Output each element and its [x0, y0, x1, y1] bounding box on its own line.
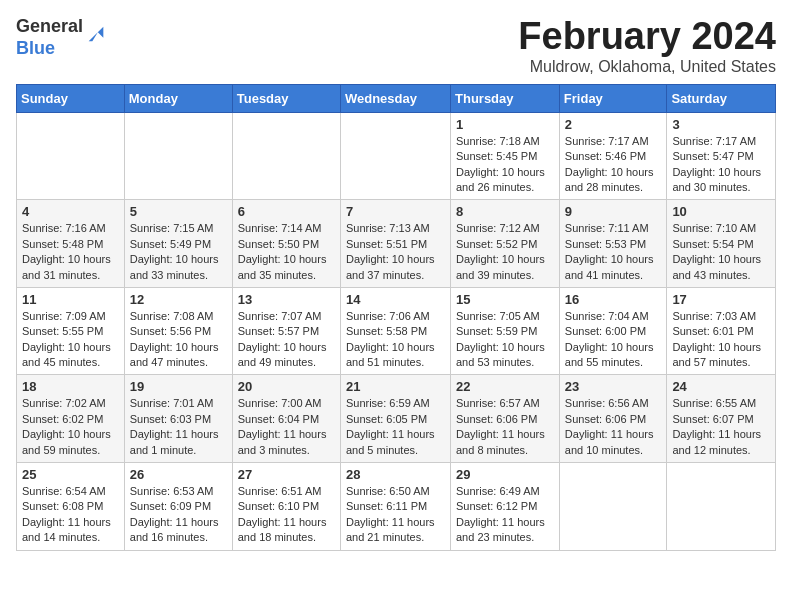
calendar-cell: [232, 112, 340, 200]
calendar-week-row: 18Sunrise: 7:02 AM Sunset: 6:02 PM Dayli…: [17, 375, 776, 463]
title-section: February 2024 Muldrow, Oklahoma, United …: [518, 16, 776, 76]
calendar-cell: 12Sunrise: 7:08 AM Sunset: 5:56 PM Dayli…: [124, 287, 232, 375]
calendar-cell: [559, 463, 667, 551]
calendar-cell: 26Sunrise: 6:53 AM Sunset: 6:09 PM Dayli…: [124, 463, 232, 551]
day-number: 2: [565, 117, 662, 132]
day-number: 22: [456, 379, 554, 394]
day-number: 4: [22, 204, 119, 219]
day-info: Sunrise: 7:14 AM Sunset: 5:50 PM Dayligh…: [238, 221, 335, 283]
day-number: 20: [238, 379, 335, 394]
calendar-cell: 18Sunrise: 7:02 AM Sunset: 6:02 PM Dayli…: [17, 375, 125, 463]
day-number: 5: [130, 204, 227, 219]
month-title: February 2024: [518, 16, 776, 58]
day-info: Sunrise: 6:56 AM Sunset: 6:06 PM Dayligh…: [565, 396, 662, 458]
calendar-cell: 5Sunrise: 7:15 AM Sunset: 5:49 PM Daylig…: [124, 200, 232, 288]
calendar-cell: 28Sunrise: 6:50 AM Sunset: 6:11 PM Dayli…: [340, 463, 450, 551]
calendar-cell: 15Sunrise: 7:05 AM Sunset: 5:59 PM Dayli…: [451, 287, 560, 375]
day-info: Sunrise: 7:18 AM Sunset: 5:45 PM Dayligh…: [456, 134, 554, 196]
page-header: General Blue February 2024 Muldrow, Okla…: [16, 16, 776, 76]
calendar-day-header: Sunday: [17, 84, 125, 112]
svg-marker-0: [89, 26, 104, 41]
day-number: 1: [456, 117, 554, 132]
day-number: 21: [346, 379, 445, 394]
calendar-cell: 19Sunrise: 7:01 AM Sunset: 6:03 PM Dayli…: [124, 375, 232, 463]
calendar-cell: [340, 112, 450, 200]
calendar-week-row: 25Sunrise: 6:54 AM Sunset: 6:08 PM Dayli…: [17, 463, 776, 551]
day-number: 10: [672, 204, 770, 219]
calendar-header-row: SundayMondayTuesdayWednesdayThursdayFrid…: [17, 84, 776, 112]
day-info: Sunrise: 7:17 AM Sunset: 5:47 PM Dayligh…: [672, 134, 770, 196]
day-number: 11: [22, 292, 119, 307]
calendar-cell: 21Sunrise: 6:59 AM Sunset: 6:05 PM Dayli…: [340, 375, 450, 463]
calendar-cell: 2Sunrise: 7:17 AM Sunset: 5:46 PM Daylig…: [559, 112, 667, 200]
day-number: 29: [456, 467, 554, 482]
logo-general: General: [16, 16, 83, 38]
day-number: 24: [672, 379, 770, 394]
calendar-cell: 8Sunrise: 7:12 AM Sunset: 5:52 PM Daylig…: [451, 200, 560, 288]
calendar-cell: 29Sunrise: 6:49 AM Sunset: 6:12 PM Dayli…: [451, 463, 560, 551]
day-info: Sunrise: 6:59 AM Sunset: 6:05 PM Dayligh…: [346, 396, 445, 458]
calendar-cell: 11Sunrise: 7:09 AM Sunset: 5:55 PM Dayli…: [17, 287, 125, 375]
calendar-day-header: Tuesday: [232, 84, 340, 112]
day-number: 17: [672, 292, 770, 307]
day-info: Sunrise: 7:00 AM Sunset: 6:04 PM Dayligh…: [238, 396, 335, 458]
day-info: Sunrise: 7:13 AM Sunset: 5:51 PM Dayligh…: [346, 221, 445, 283]
day-info: Sunrise: 7:01 AM Sunset: 6:03 PM Dayligh…: [130, 396, 227, 458]
day-info: Sunrise: 7:04 AM Sunset: 6:00 PM Dayligh…: [565, 309, 662, 371]
calendar-cell: 25Sunrise: 6:54 AM Sunset: 6:08 PM Dayli…: [17, 463, 125, 551]
calendar-day-header: Saturday: [667, 84, 776, 112]
day-info: Sunrise: 6:51 AM Sunset: 6:10 PM Dayligh…: [238, 484, 335, 546]
calendar-week-row: 11Sunrise: 7:09 AM Sunset: 5:55 PM Dayli…: [17, 287, 776, 375]
day-info: Sunrise: 7:11 AM Sunset: 5:53 PM Dayligh…: [565, 221, 662, 283]
day-number: 8: [456, 204, 554, 219]
logo: General Blue: [16, 16, 107, 59]
calendar-cell: 22Sunrise: 6:57 AM Sunset: 6:06 PM Dayli…: [451, 375, 560, 463]
calendar-cell: 1Sunrise: 7:18 AM Sunset: 5:45 PM Daylig…: [451, 112, 560, 200]
calendar-cell: 24Sunrise: 6:55 AM Sunset: 6:07 PM Dayli…: [667, 375, 776, 463]
day-info: Sunrise: 7:07 AM Sunset: 5:57 PM Dayligh…: [238, 309, 335, 371]
calendar-day-header: Monday: [124, 84, 232, 112]
calendar-cell: 10Sunrise: 7:10 AM Sunset: 5:54 PM Dayli…: [667, 200, 776, 288]
calendar-cell: 23Sunrise: 6:56 AM Sunset: 6:06 PM Dayli…: [559, 375, 667, 463]
calendar-cell: [124, 112, 232, 200]
day-number: 19: [130, 379, 227, 394]
calendar-cell: 3Sunrise: 7:17 AM Sunset: 5:47 PM Daylig…: [667, 112, 776, 200]
day-number: 26: [130, 467, 227, 482]
calendar-cell: 13Sunrise: 7:07 AM Sunset: 5:57 PM Dayli…: [232, 287, 340, 375]
day-number: 7: [346, 204, 445, 219]
day-number: 14: [346, 292, 445, 307]
logo-blue: Blue: [16, 38, 83, 60]
day-number: 3: [672, 117, 770, 132]
day-number: 6: [238, 204, 335, 219]
calendar-cell: [17, 112, 125, 200]
day-info: Sunrise: 7:12 AM Sunset: 5:52 PM Dayligh…: [456, 221, 554, 283]
day-info: Sunrise: 7:16 AM Sunset: 5:48 PM Dayligh…: [22, 221, 119, 283]
location-title: Muldrow, Oklahoma, United States: [518, 58, 776, 76]
day-info: Sunrise: 6:53 AM Sunset: 6:09 PM Dayligh…: [130, 484, 227, 546]
calendar-cell: 27Sunrise: 6:51 AM Sunset: 6:10 PM Dayli…: [232, 463, 340, 551]
day-number: 12: [130, 292, 227, 307]
calendar-table: SundayMondayTuesdayWednesdayThursdayFrid…: [16, 84, 776, 551]
calendar-week-row: 1Sunrise: 7:18 AM Sunset: 5:45 PM Daylig…: [17, 112, 776, 200]
day-number: 16: [565, 292, 662, 307]
day-info: Sunrise: 7:17 AM Sunset: 5:46 PM Dayligh…: [565, 134, 662, 196]
day-info: Sunrise: 7:10 AM Sunset: 5:54 PM Dayligh…: [672, 221, 770, 283]
day-info: Sunrise: 7:08 AM Sunset: 5:56 PM Dayligh…: [130, 309, 227, 371]
calendar-cell: 4Sunrise: 7:16 AM Sunset: 5:48 PM Daylig…: [17, 200, 125, 288]
day-info: Sunrise: 7:09 AM Sunset: 5:55 PM Dayligh…: [22, 309, 119, 371]
day-info: Sunrise: 7:05 AM Sunset: 5:59 PM Dayligh…: [456, 309, 554, 371]
day-info: Sunrise: 6:57 AM Sunset: 6:06 PM Dayligh…: [456, 396, 554, 458]
calendar-cell: 14Sunrise: 7:06 AM Sunset: 5:58 PM Dayli…: [340, 287, 450, 375]
day-number: 18: [22, 379, 119, 394]
calendar-day-header: Thursday: [451, 84, 560, 112]
day-info: Sunrise: 7:06 AM Sunset: 5:58 PM Dayligh…: [346, 309, 445, 371]
day-number: 9: [565, 204, 662, 219]
day-info: Sunrise: 6:55 AM Sunset: 6:07 PM Dayligh…: [672, 396, 770, 458]
day-info: Sunrise: 6:50 AM Sunset: 6:11 PM Dayligh…: [346, 484, 445, 546]
logo-arrow-icon: [85, 23, 107, 45]
day-number: 27: [238, 467, 335, 482]
day-info: Sunrise: 7:03 AM Sunset: 6:01 PM Dayligh…: [672, 309, 770, 371]
day-number: 23: [565, 379, 662, 394]
calendar-cell: 16Sunrise: 7:04 AM Sunset: 6:00 PM Dayli…: [559, 287, 667, 375]
calendar-day-header: Wednesday: [340, 84, 450, 112]
